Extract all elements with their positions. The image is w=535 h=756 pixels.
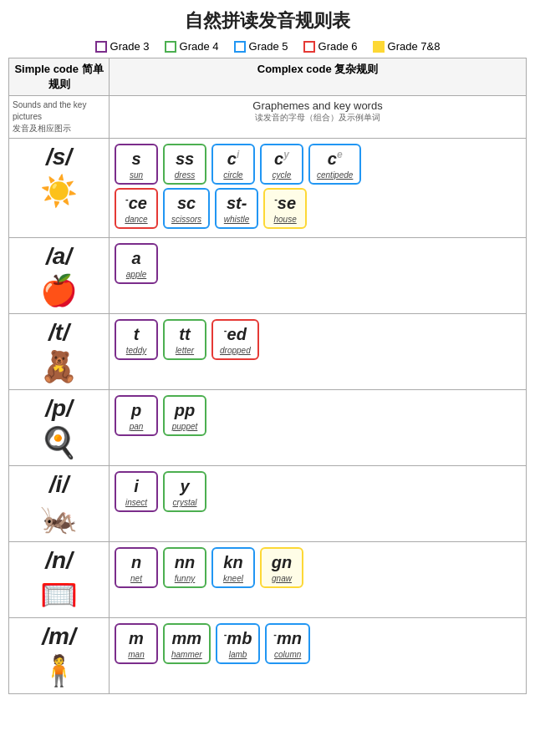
grapheme-text: m [129,628,144,648]
graphemes-cell: ppanpppuppet [110,390,527,466]
grapheme-card: -cedance [115,188,158,229]
sound-picture: 🍎 [13,273,105,308]
grapheme-card: -mblamb [216,623,261,664]
grapheme-text: st- [227,193,247,213]
grapheme-text: -ed [224,324,247,344]
sub-header-complex-zh: 读发音的字母（组合）及示例单词 [113,112,522,124]
grapheme-word: letter [176,346,194,355]
grade-6-box [303,41,315,53]
sound-picture-cell: /n/🥅 [9,542,110,618]
grapheme-card: ttletter [163,319,206,360]
grapheme-word: gnaw [272,574,292,583]
phonics-row: /n/🥅nnetnnfunnyknkneelgngnaw [9,542,527,618]
grapheme-card: aapple [115,243,158,284]
phonics-row: /m/🧍mmanmmhammer-mblamb-mncolumn [9,618,527,694]
grapheme-card: mman [115,623,158,664]
sound-label: /n/ [13,547,105,574]
graphemes-cell: iinsectycrystal [110,466,527,542]
sound-picture-cell: /i/🦗 [9,466,110,542]
sound-picture: 🍳 [13,425,105,460]
grapheme-card: iinsect [115,471,158,512]
sound-picture-cell: /p/🍳 [9,390,110,466]
sound-picture: ☀️ [13,174,105,209]
grapheme-text: -mn [273,628,302,648]
sound-picture-cell: /m/🧍 [9,618,110,694]
grade-3: Grade 3 [95,40,150,53]
grade-4-label: Grade 4 [180,40,219,53]
grapheme-word: dress [175,170,195,180]
grade-3-box [95,41,107,53]
grade-4-box [165,41,176,53]
grapheme-text: -mb [224,628,252,648]
grapheme-text: s [131,149,140,169]
sound-picture-cell: /s/☀️ [9,139,110,238]
grapheme-word: apple [126,270,146,279]
grapheme-word: column [274,650,301,659]
grapheme-card: ssun [115,144,158,185]
grade-78: Grade 7&8 [373,40,441,53]
grapheme-card: pppuppet [163,395,206,436]
phonics-row: /a/🍎aapple [9,238,527,314]
sound-picture-cell: /a/🍎 [9,238,110,314]
sub-header-simple-text: Sounds and the key pictures 发音及相应图示 [13,100,86,133]
phonics-row: /p/🍳ppanpppuppet [9,390,527,466]
grapheme-line-1: iinsectycrystal [115,471,521,512]
grapheme-card: tteddy [115,319,158,360]
grapheme-text: p [131,400,141,420]
grade-78-box [373,41,385,53]
sound-picture: 🥅 [13,577,105,612]
grapheme-card: -mncolumn [265,623,310,664]
grapheme-word: man [128,650,144,659]
phonics-row: /s/☀️ssunssdresscicirclecycyclececentipe… [9,139,527,238]
sound-label: /p/ [13,395,105,422]
grapheme-word: pan [130,422,144,431]
grapheme-card: nnet [115,547,158,588]
grade-4: Grade 4 [165,40,219,53]
grapheme-line-2: -cedancescscissorsst-whistle-sehouse [115,188,521,229]
grapheme-card: st-whistle [215,188,258,229]
sound-picture: 🧍 [13,653,105,688]
grapheme-card: -eddropped [211,319,259,360]
grapheme-word: hammer [171,650,202,659]
grapheme-word: net [130,574,142,583]
grapheme-text: ci [227,149,239,169]
grade-5-label: Grade 5 [249,40,288,53]
graphemes-cell: mmanmmhammer-mblamb-mncolumn [110,618,527,694]
graphemes-cell: tteddyttletter-eddropped [110,314,527,390]
sound-label: /i/ [13,471,105,498]
grapheme-card: -sehouse [263,188,307,229]
grapheme-word: funny [175,574,195,583]
grapheme-word: teddy [126,346,146,355]
grapheme-word: kneel [223,574,243,583]
sound-label: /a/ [13,243,105,270]
grapheme-text: tt [179,324,190,344]
header-simple: Simple code 简单规则 [9,58,110,96]
grapheme-word: whistle [224,215,250,224]
grade-legend: Grade 3 Grade 4 Grade 5 Grade 6 Grade 7&… [8,40,527,53]
grapheme-word: puppet [172,422,198,431]
grapheme-card: cycycle [260,144,303,185]
grapheme-card: scscissors [163,188,210,229]
grapheme-line-1: ppanpppuppet [115,395,521,436]
grapheme-line-1: aapple [115,243,521,284]
grapheme-line-1: mmanmmhammer-mblamb-mncolumn [115,623,521,664]
grapheme-card: ppan [115,395,158,436]
grapheme-line-1: ssunssdresscicirclecycyclececentipede [115,144,521,185]
grade-6: Grade 6 [303,40,358,53]
grapheme-card: ycrystal [163,471,206,512]
grapheme-text: cy [274,149,289,169]
grade-6-label: Grade 6 [318,40,358,53]
grapheme-card: mmhammer [163,623,211,664]
grade-5: Grade 5 [234,40,288,53]
grapheme-text: y [180,476,189,496]
grapheme-text: gn [272,552,292,572]
grapheme-card: cecentipede [308,144,361,185]
main-table: Simple code 简单规则 Complex code 复杂规则 Sound… [8,58,527,694]
grapheme-text: -ce [125,193,147,213]
graphemes-cell: ssunssdresscicirclecycyclececentipede-ce… [110,139,527,238]
grapheme-text: a [131,248,140,268]
grapheme-text: nn [175,552,195,572]
sub-header-complex: Graphemes and key words 读发音的字母（组合）及示例单词 [110,96,527,139]
sound-label: /m/ [13,623,105,650]
grapheme-word: lamb [229,650,247,659]
